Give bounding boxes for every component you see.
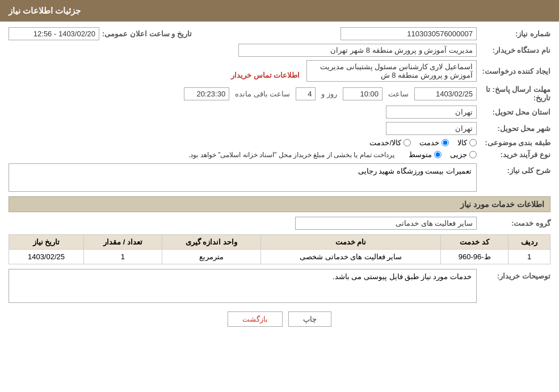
buyer-notes-text: خدمات مورد نیاز طبق فایل پیوستی می باشد.	[333, 272, 472, 281]
description-box: تعمیرات بیست ورزشگاه شهید رجایی	[9, 163, 477, 192]
buyer-notes-value: خدمات مورد نیاز طبق فایل پیوستی می باشد.	[9, 269, 477, 303]
back-button[interactable]: بازگشت	[228, 311, 283, 327]
contact-link[interactable]: اطلاعات تماس خریدار	[231, 71, 300, 79]
province-field: تهران	[386, 106, 477, 119]
col-qty: تعداد / مقدار	[83, 235, 162, 250]
row-description: شرح کلی نیاز: تعمیرات بیست ورزشگاه شهید …	[9, 163, 550, 192]
response-days-field: 4	[296, 87, 316, 100]
table-cell-qty: 1	[83, 250, 162, 264]
response-days-label: روز و	[321, 90, 337, 98]
date-field: 1403/02/20 - 12:56	[9, 27, 99, 40]
response-inline: 1403/02/25 ساعت 10:00 روز و 4 ساعت باقی …	[9, 87, 477, 100]
response-label: مهلت ارسال پاسخ: تا تاریخ:	[477, 85, 550, 102]
purchase-type-options: جزیی متوسط پرداخت تمام یا بخشی از مبلغ خ…	[9, 150, 477, 159]
row-number-date: شماره نیاز: 1103030576000007 تاریخ و ساع…	[9, 27, 550, 40]
category-radio-group: کالا خدمت کالا/خدمت	[9, 138, 477, 147]
creator-field: اسماعیل لاری کارشناس مسئول پشتیبانی مدیر…	[306, 60, 477, 82]
table-cell-unit: مترمربع	[162, 250, 260, 264]
buyer-notes-box: خدمات مورد نیاز طبق فایل پیوستی می باشد.	[9, 269, 477, 303]
col-name: نام خدمت	[260, 235, 440, 250]
col-code: کد خدمت	[441, 235, 508, 250]
category-goods-service-label: کالا/خدمت	[369, 138, 401, 147]
buyer-field: مدیریت آموزش و پرورش منطقه 8 شهر تهران	[238, 44, 477, 57]
creator-value: اسماعیل لاری کارشناس مسئول پشتیبانی مدیر…	[9, 60, 477, 82]
number-value: 1103030576000007	[203, 27, 477, 40]
page-wrapper: جزئیات اطلاعات نیاز شماره نیاز: 11030305…	[0, 0, 559, 392]
response-time-label: ساعت	[388, 90, 409, 98]
city-value: تهران	[9, 122, 477, 135]
category-label: طبقه بندی موضوعی:	[477, 138, 550, 147]
row-creator: ایجاد کننده درخواست: اسماعیل لاری کارشنا…	[9, 60, 550, 82]
city-field: تهران	[386, 122, 477, 135]
table-row: 1ط-96-960سایر فعالیت های خدماتی شخصیمترم…	[9, 250, 550, 264]
category-goods: کالا	[457, 138, 477, 147]
page-header: جزئیات اطلاعات نیاز	[0, 0, 559, 22]
category-goods-service: کالا/خدمت	[369, 138, 411, 147]
response-values: 1403/02/25 ساعت 10:00 روز و 4 ساعت باقی …	[9, 87, 477, 100]
row-buyer: نام دستگاه خریدار: مدیریت آموزش و پرورش …	[9, 44, 550, 57]
col-unit: واحد اندازه گیری	[162, 235, 260, 250]
description-label: شرح کلی نیاز:	[477, 163, 550, 175]
buyer-value: مدیریت آموزش و پرورش منطقه 8 شهر تهران	[9, 44, 477, 57]
content-area: شماره نیاز: 1103030576000007 تاریخ و ساع…	[0, 22, 559, 338]
service-group-label: گروه خدمت:	[477, 219, 550, 227]
services-table-header: ردیف کد خدمت نام خدمت واحد اندازه گیری ت…	[9, 235, 550, 250]
row-province: استان محل تحویل: تهران	[9, 106, 550, 119]
table-cell-date: 1403/02/25	[9, 250, 84, 264]
row-buyer-notes: توصیحات خریدار: خدمات مورد نیاز طبق فایل…	[9, 269, 550, 303]
date-value: 1403/02/20 - 12:56	[9, 27, 99, 40]
purchase-radio-group: جزیی متوسط پرداخت تمام یا بخشی از مبلغ خ…	[9, 150, 477, 159]
page-title: جزئیات اطلاعات نیاز	[9, 6, 81, 15]
description-value: تعمیرات بیست ورزشگاه شهید رجایی	[9, 163, 477, 192]
category-goods-service-radio[interactable]	[404, 139, 411, 146]
purchase-note: پرداخت تمام یا بخشی از مبلغ خریداز محل "…	[188, 151, 394, 159]
table-cell-name: سایر فعالیت های خدماتی شخصی	[260, 250, 440, 264]
services-section-title: اطلاعات خدمات مورد نیاز	[9, 196, 550, 212]
city-label: شهر محل تحویل:	[477, 124, 550, 133]
category-service-label: خدمت	[419, 138, 439, 147]
service-group-field: سایر فعالیت های خدماتی	[295, 217, 477, 230]
purchase-medium-radio[interactable]	[434, 151, 442, 158]
table-cell-row: 1	[508, 250, 550, 264]
row-purchase-type: نوع فرآیند خرید: جزیی متوسط پرداخت تمام …	[9, 150, 550, 159]
purchase-partial-radio[interactable]	[469, 151, 477, 158]
purchase-type-label: نوع فرآیند خرید:	[477, 150, 550, 159]
date-label: تاریخ و ساعت اعلان عمومی:	[102, 29, 192, 38]
category-service: خدمت	[419, 138, 449, 147]
buyer-notes-label: توصیحات خریدار:	[477, 269, 550, 280]
service-group-value: سایر فعالیت های خدماتی	[9, 217, 477, 230]
response-time-field: 10:00	[343, 87, 383, 100]
province-label: استان محل تحویل:	[477, 108, 550, 116]
col-date: تاریخ نیاز	[9, 235, 84, 250]
response-remaining-label: ساعت باقی مانده	[235, 90, 290, 98]
purchase-medium-label: متوسط	[409, 150, 432, 159]
table-cell-code: ط-96-960	[441, 250, 508, 264]
row-service-group: گروه خدمت: سایر فعالیت های خدماتی	[9, 217, 550, 230]
col-row: ردیف	[508, 235, 550, 250]
category-goods-label: کالا	[457, 138, 467, 147]
row-category: طبقه بندی موضوعی: کالا خدمت کالا/خدمت	[9, 138, 550, 147]
purchase-partial: جزیی	[450, 150, 477, 159]
response-date-field: 1403/02/25	[414, 87, 477, 100]
purchase-partial-label: جزیی	[450, 150, 467, 159]
services-table: ردیف کد خدمت نام خدمت واحد اندازه گیری ت…	[9, 234, 550, 264]
print-button[interactable]: چاپ	[288, 311, 331, 327]
province-value: تهران	[9, 106, 477, 119]
response-remaining-field: 20:23:30	[184, 87, 229, 100]
category-service-radio[interactable]	[442, 139, 449, 146]
row-response: مهلت ارسال پاسخ: تا تاریخ: 1403/02/25 سا…	[9, 85, 550, 102]
number-field: 1103030576000007	[341, 27, 477, 40]
creator-label: ایجاد کننده درخواست:	[477, 67, 550, 75]
purchase-medium: متوسط	[409, 150, 442, 159]
description-text: تعمیرات بیست ورزشگاه شهید رجایی	[358, 167, 472, 175]
category-goods-radio[interactable]	[469, 139, 477, 146]
category-options: کالا خدمت کالا/خدمت	[9, 138, 477, 147]
buyer-label: نام دستگاه خریدار:	[477, 46, 550, 54]
number-label: شماره نیاز:	[477, 29, 550, 38]
row-city: شهر محل تحویل: تهران	[9, 122, 550, 135]
button-row: چاپ بازگشت	[9, 311, 550, 327]
